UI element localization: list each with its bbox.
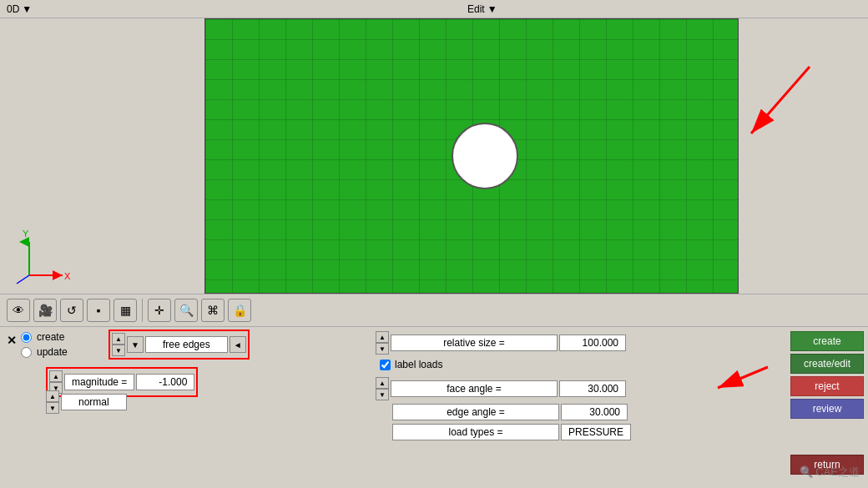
create-radio-row[interactable]: create <box>21 331 68 343</box>
svg-text:X: X <box>64 271 71 281</box>
main-viewport[interactable] <box>204 18 739 294</box>
toolbar-separator <box>142 299 143 322</box>
face-angle-value-cell[interactable]: 30.000 <box>559 380 626 397</box>
relative-size-label-cell: relative size = <box>391 335 558 351</box>
toolbar-row: 👁 🎥 ↺ ▪ ▦ ✛ 🔍 ⌘ 🔒 <box>0 294 868 327</box>
create-label: create <box>37 331 64 343</box>
update-radio-row[interactable]: update <box>21 346 68 358</box>
cube-toolbar-icon[interactable]: ▪ <box>87 299 110 322</box>
review-button[interactable]: review <box>790 399 864 419</box>
create-radio[interactable] <box>21 332 32 343</box>
update-label: update <box>37 346 68 358</box>
edge-angle-label-cell: edge angle = <box>392 404 559 420</box>
magnitude-spinner-up[interactable]: ▲ <box>49 370 63 382</box>
view-selector[interactable]: 0D ▼ <box>7 3 32 15</box>
red-arrow-bottom <box>693 359 801 411</box>
rotate-toolbar-icon[interactable]: ↺ <box>60 299 83 322</box>
panel-toolbar-icon[interactable]: ▦ <box>114 299 137 322</box>
free-edges-spinner[interactable]: ▲ ▼ <box>112 333 125 356</box>
svg-text:Y: Y <box>23 229 29 239</box>
free-edges-spinner-down[interactable]: ▼ <box>112 345 125 356</box>
edit-dropdown-icon[interactable]: ▼ <box>487 3 497 15</box>
viewport-grid <box>205 19 738 293</box>
create-button[interactable]: create <box>790 331 864 351</box>
free-edges-field: free edges <box>145 336 228 353</box>
edge-angle-value-cell[interactable]: 30.000 <box>561 404 628 420</box>
face-angle-spinner-up[interactable]: ▲ <box>376 377 389 389</box>
normal-label-cell: normal <box>61 394 127 410</box>
load-types-value-cell[interactable]: PRESSURE <box>561 424 631 440</box>
load-types-row: load types = PRESSURE <box>376 424 785 440</box>
face-angle-label-cell: face angle = <box>391 380 558 397</box>
edit-label: Edit <box>467 3 485 15</box>
svg-line-1 <box>751 67 810 133</box>
radio-section: create update <box>21 331 68 358</box>
top-bar: 0D ▼ Edit ▼ <box>0 0 868 18</box>
relative-size-spinner[interactable]: ▲ ▼ <box>376 331 389 355</box>
edit-menu[interactable]: Edit ▼ <box>467 3 497 15</box>
watermark: 🔍 CAE之道 <box>800 465 860 480</box>
eye-toolbar-icon[interactable]: 👁 <box>7 299 30 322</box>
magnitude-label-cell: magnitude = <box>64 374 134 390</box>
normal-row: ▲ ▼ normal <box>46 390 127 414</box>
circle-cutout <box>452 123 518 189</box>
relative-size-value-cell[interactable]: 100.000 <box>559 335 626 351</box>
action-buttons-panel: create create/edit reject review return <box>790 331 864 475</box>
magnitude-value-cell[interactable]: -1.000 <box>136 374 194 390</box>
zoom-toolbar-icon[interactable]: 🔍 <box>174 299 198 322</box>
red-arrow-top <box>726 58 826 161</box>
free-edges-spinner-up[interactable]: ▲ <box>112 333 125 345</box>
face-angle-spinner[interactable]: ▲ ▼ <box>376 377 389 400</box>
lock-toolbar-icon[interactable]: 🔒 <box>228 299 251 322</box>
relative-size-row: ▲ ▼ relative size = 100.000 <box>376 331 785 355</box>
load-types-label-cell: load types = <box>392 424 559 440</box>
pointer-toolbar-icon[interactable]: ✛ <box>148 299 171 322</box>
free-edges-highlight-box: ▲ ▼ ▼ free edges ◄ <box>108 330 250 360</box>
normal-spinner-up[interactable]: ▲ <box>46 390 59 402</box>
camera-toolbar-icon[interactable]: 🎥 <box>33 299 57 322</box>
relative-size-spinner-up[interactable]: ▲ <box>376 331 389 343</box>
create-edit-button[interactable]: create/edit <box>790 354 864 374</box>
relative-size-spinner-down[interactable]: ▼ <box>376 343 389 355</box>
svg-line-6 <box>17 275 29 284</box>
close-button[interactable]: ✕ <box>7 334 17 347</box>
svg-line-3 <box>718 367 768 388</box>
view-dropdown-icon[interactable]: ▼ <box>22 3 32 15</box>
update-radio[interactable] <box>21 347 32 358</box>
normal-spinner-down[interactable]: ▼ <box>46 402 59 414</box>
label-loads-text: label loads <box>395 359 442 370</box>
view-label: 0D <box>7 3 19 15</box>
free-edges-back-btn[interactable]: ◄ <box>230 336 246 353</box>
face-angle-spinner-down[interactable]: ▼ <box>376 389 389 400</box>
reject-button[interactable]: reject <box>790 376 864 396</box>
normal-spinner[interactable]: ▲ ▼ <box>46 390 59 414</box>
free-edges-down-btn[interactable]: ▼ <box>127 336 144 353</box>
mesh-toolbar-icon[interactable]: ⌘ <box>201 299 225 322</box>
label-loads-checkbox[interactable] <box>380 360 391 370</box>
